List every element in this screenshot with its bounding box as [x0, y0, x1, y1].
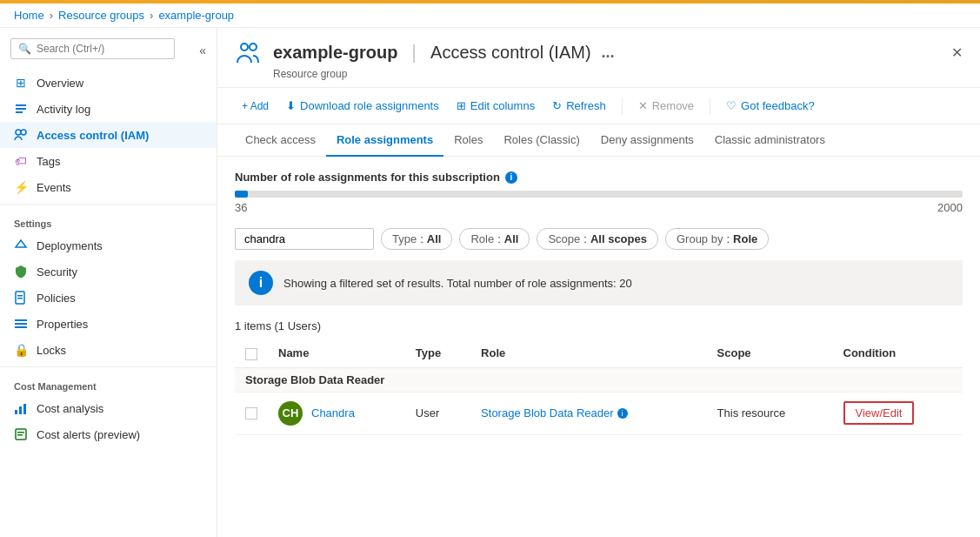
user-name-link[interactable]: Chandra [311, 406, 355, 420]
page-header: example-group | Access control (IAM) ...… [217, 28, 980, 88]
type-filter-button[interactable]: Type : All [381, 228, 452, 250]
sidebar-item-locks[interactable]: 🔒 Locks [0, 337, 217, 363]
scope-filter-sep: : [583, 232, 587, 245]
tab-role-assignments[interactable]: Role assignments [326, 124, 443, 157]
sidebar-item-policies[interactable]: Policies [0, 285, 217, 311]
add-button[interactable]: + Add [235, 96, 276, 117]
sidebar-item-activity-log[interactable]: Activity log [0, 96, 217, 122]
items-count: 1 items (1 Users) [235, 319, 963, 332]
collapse-sidebar-button[interactable]: « [199, 44, 206, 57]
progress-labels: 36 2000 [235, 201, 963, 214]
sidebar-item-tags[interactable]: 🏷 Tags [0, 148, 217, 174]
row-role-cell: Storage Blob Data Reader i [470, 392, 706, 434]
page-name: Access control (IAM) [430, 43, 590, 63]
row-scope-cell: This resource [707, 392, 833, 434]
select-all-checkbox[interactable] [245, 348, 257, 360]
tab-roles[interactable]: Roles [443, 124, 493, 157]
scope-filter-button[interactable]: Scope : All scopes [537, 228, 658, 250]
assignments-table: Name Type Role Scope Condition Storage B… [235, 339, 963, 435]
security-icon [14, 265, 28, 279]
th-checkbox [235, 339, 268, 367]
th-type: Type [405, 339, 470, 367]
row-checkbox[interactable] [245, 407, 257, 420]
sidebar-item-properties[interactable]: Properties [0, 311, 217, 337]
cost-alerts-icon [14, 427, 28, 441]
sidebar-item-label: Activity log [37, 103, 90, 116]
remove-icon: ✕ [638, 99, 648, 112]
feedback-button[interactable]: ♡ Got feedback? [719, 95, 822, 117]
svg-rect-13 [23, 404, 26, 414]
svg-rect-16 [17, 434, 23, 436]
type-filter-value: All [427, 232, 442, 245]
refresh-button[interactable]: ↻ Refresh [545, 95, 613, 117]
sidebar-item-label: Overview [37, 77, 83, 90]
groupby-filter-value: Role [733, 232, 757, 245]
toolbar-separator-2 [710, 97, 710, 115]
role-link[interactable]: Storage Blob Data Reader i [481, 406, 696, 420]
cost-analysis-icon [14, 401, 28, 415]
user-cell: CH Chandra [278, 401, 395, 426]
breadcrumb-resource-groups[interactable]: Resource groups [58, 9, 144, 22]
subscription-info-icon[interactable]: i [505, 171, 517, 184]
sidebar-item-label: Properties [37, 318, 88, 331]
subscription-section: Number of role assignments for this subs… [235, 171, 963, 214]
sidebar-item-deployments[interactable]: Deployments [0, 232, 217, 258]
progress-bar-container [235, 191, 963, 198]
remove-button[interactable]: ✕ Remove [631, 95, 701, 117]
sidebar-item-cost-analysis[interactable]: Cost analysis [0, 395, 217, 421]
tab-deny-assignments[interactable]: Deny assignments [590, 124, 704, 157]
content-area: Number of role assignments for this subs… [217, 157, 980, 537]
role-filter-label: Role [470, 232, 494, 245]
nav-divider [0, 204, 217, 205]
sidebar-header: 🔍 « [0, 28, 217, 66]
header-ellipsis-button[interactable]: ... [602, 44, 615, 62]
row-checkbox-cell [235, 392, 268, 434]
breadcrumb-example-group[interactable]: example-group [158, 9, 234, 22]
search-input[interactable] [37, 43, 167, 55]
edit-columns-button[interactable]: ⊞ Edit columns [450, 95, 542, 117]
svg-rect-11 [15, 410, 17, 414]
th-name: Name [268, 339, 405, 367]
sidebar-item-events[interactable]: ⚡ Events [0, 174, 217, 200]
events-icon: ⚡ [14, 180, 28, 194]
role-info-icon[interactable]: i [617, 408, 628, 419]
svg-point-3 [16, 130, 21, 135]
info-banner-icon: i [249, 271, 273, 295]
svg-rect-6 [17, 295, 23, 297]
progress-bar-fill [235, 191, 248, 198]
group-row-label: Storage Blob Data Reader [235, 367, 963, 392]
sidebar-item-overview[interactable]: ⊞ Overview [0, 70, 217, 96]
role-filter-button[interactable]: Role : All [459, 228, 530, 250]
progress-current: 36 [235, 201, 247, 214]
page-subtitle: Resource group [273, 68, 963, 80]
close-button[interactable]: ✕ [951, 44, 963, 61]
tab-roles-classic[interactable]: Roles (Classic) [493, 124, 590, 157]
th-condition: Condition [833, 339, 963, 367]
type-filter-sep: : [420, 232, 423, 245]
svg-rect-2 [16, 111, 23, 113]
sidebar-item-cost-alerts[interactable]: Cost alerts (preview) [0, 421, 217, 447]
search-filter-input[interactable] [235, 228, 374, 250]
settings-section-title: Settings [0, 208, 217, 232]
tab-check-access[interactable]: Check access [235, 124, 326, 157]
breadcrumb-home[interactable]: Home [14, 9, 44, 22]
svg-rect-8 [15, 319, 27, 321]
sidebar-item-security[interactable]: Security [0, 258, 217, 285]
svg-rect-7 [17, 298, 23, 299]
sidebar-nav: ⊞ Overview Activity log Access control (… [0, 66, 217, 537]
download-icon: ⬇ [286, 99, 296, 112]
filters: Type : All Role : All Scope : All scopes… [235, 228, 963, 250]
subscription-label: Number of role assignments for this subs… [235, 171, 963, 184]
groupby-filter-button[interactable]: Group by : Role [665, 228, 769, 250]
resource-name: example-group [273, 43, 397, 63]
breadcrumb: Home › Resource groups › example-group [0, 3, 980, 28]
view-edit-button[interactable]: View/Edit [843, 401, 915, 425]
download-button[interactable]: ⬇ Download role assignments [279, 95, 446, 117]
sidebar-item-access-control[interactable]: Access control (IAM) [0, 122, 217, 148]
row-name-cell: CH Chandra [268, 392, 405, 434]
cost-divider [0, 366, 217, 367]
search-icon: 🔍 [18, 43, 31, 55]
feedback-icon: ♡ [726, 99, 737, 112]
deployments-icon [14, 238, 28, 252]
tab-classic-administrators[interactable]: Classic administrators [704, 124, 836, 157]
